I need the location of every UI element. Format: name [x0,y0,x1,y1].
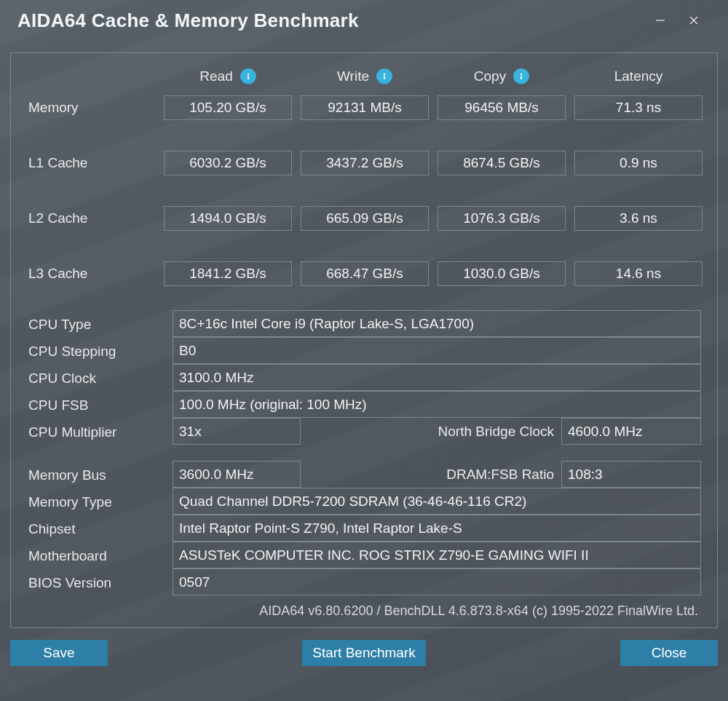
row-l2-label: L2 Cache [27,210,155,226]
main-panel: Read Write Copy Latency Memory 105.20 GB… [10,52,718,628]
value-cpu-fsb: 100.0 MHz (original: 100 MHz) [173,391,701,418]
col-header-read-label: Read [199,68,232,84]
label-cpu-type: CPU Type [27,311,167,338]
close-window-button[interactable] [677,9,711,32]
label-memory-type: Memory Type [27,488,167,515]
memory-read[interactable]: 105.20 GB/s [164,95,292,120]
label-memory-bus: Memory Bus [27,462,167,488]
memory-write[interactable]: 92131 MB/s [301,95,429,120]
row-memory-label: Memory [27,100,155,116]
save-button[interactable]: Save [10,640,108,666]
row-memory: Memory 105.20 GB/s 92131 MB/s 96456 MB/s… [27,91,701,124]
l3-write[interactable]: 668.47 GB/s [301,261,429,286]
row-l1-label: L1 Cache [27,155,155,171]
titlebar: AIDA64 Cache & Memory Benchmark [0,0,728,39]
value-bios-version: 0507 [173,569,701,595]
svg-rect-8 [521,76,522,79]
col-header-copy: Copy [438,68,566,84]
svg-rect-4 [248,76,249,79]
l1-write[interactable]: 3437.2 GB/s [301,151,429,175]
value-chipset: Intel Raptor Point-S Z790, Intel Raptor … [173,515,701,542]
close-button[interactable]: Close [620,640,718,666]
label-dram-fsb-ratio: DRAM:FSB Ratio [301,467,561,483]
memory-latency[interactable]: 71.3 ns [574,95,703,120]
row-l2cache: L2 Cache 1494.0 GB/s 665.09 GB/s 1076.3 … [27,202,701,235]
value-cpu-type: 8C+16c Intel Core i9 (Raptor Lake-S, LGA… [173,310,701,337]
l3-read[interactable]: 1841.2 GB/s [164,261,292,286]
system-info-grid: CPU Type 8C+16c Intel Core i9 (Raptor La… [27,311,701,445]
value-cpu-clock: 3100.0 MHz [173,364,701,391]
value-memory-type: Quad Channel DDR5-7200 SDRAM (36-46-46-1… [173,488,701,515]
svg-point-5 [384,74,385,75]
label-cpu-stepping: CPU Stepping [27,338,167,365]
label-north-bridge-clock: North Bridge Clock [301,424,561,440]
row-l1cache: L1 Cache 6030.2 GB/s 3437.2 GB/s 8674.5 … [27,146,701,180]
col-header-write: Write [301,68,429,84]
l1-read[interactable]: 6030.2 GB/s [164,151,292,175]
row-l3cache: L3 Cache 1841.2 GB/s 668.47 GB/s 1030.0 … [27,257,701,290]
version-footer: AIDA64 v6.80.6200 / BenchDLL 4.6.873.8-x… [27,596,701,620]
info-icon[interactable] [513,68,529,84]
label-cpu-multiplier: CPU Multiplier [27,419,167,445]
memory-copy[interactable]: 96456 MB/s [438,95,566,120]
l2-copy[interactable]: 1076.3 GB/s [438,206,566,231]
value-cpu-stepping: B0 [173,337,701,364]
value-dram-fsb-ratio: 108:3 [561,461,701,488]
benchmark-header-row: Read Write Copy Latency [27,62,701,91]
bottom-button-bar: Save Start Benchmark Close [0,634,728,675]
value-cpu-multiplier: 31x [173,418,301,445]
memory-info-grid: Memory Bus 3600.0 MHz DRAM:FSB Ratio 108… [27,462,701,596]
l3-latency[interactable]: 14.6 ns [574,261,703,286]
label-chipset: Chipset [27,515,167,542]
l3-copy[interactable]: 1030.0 GB/s [438,261,566,286]
svg-point-7 [521,74,522,75]
col-header-latency-label: Latency [614,68,663,84]
value-motherboard: ASUSTeK COMPUTER INC. ROG STRIX Z790-E G… [173,542,701,569]
svg-rect-6 [384,76,385,79]
value-memory-bus: 3600.0 MHz [173,461,301,488]
info-icon[interactable] [376,68,392,84]
l1-copy[interactable]: 8674.5 GB/s [438,151,566,175]
label-cpu-clock: CPU Clock [27,365,167,392]
row-l3-label: L3 Cache [27,266,155,282]
col-header-read: Read [164,68,292,84]
label-bios-version: BIOS Version [27,569,167,596]
l2-latency[interactable]: 3.6 ns [574,206,703,231]
col-header-latency: Latency [574,68,703,84]
start-benchmark-button[interactable]: Start Benchmark [302,640,426,666]
minimize-button[interactable] [644,9,677,32]
svg-point-3 [248,74,249,75]
l1-latency[interactable]: 0.9 ns [574,151,703,175]
label-cpu-fsb: CPU FSB [27,392,167,419]
info-icon[interactable] [240,68,256,84]
l2-write[interactable]: 665.09 GB/s [301,206,429,231]
l2-read[interactable]: 1494.0 GB/s [164,206,292,231]
window-title: AIDA64 Cache & Memory Benchmark [17,9,644,32]
col-header-write-label: Write [337,68,369,84]
col-header-copy-label: Copy [474,68,506,84]
label-motherboard: Motherboard [27,542,167,569]
value-north-bridge-clock: 4600.0 MHz [561,418,701,445]
